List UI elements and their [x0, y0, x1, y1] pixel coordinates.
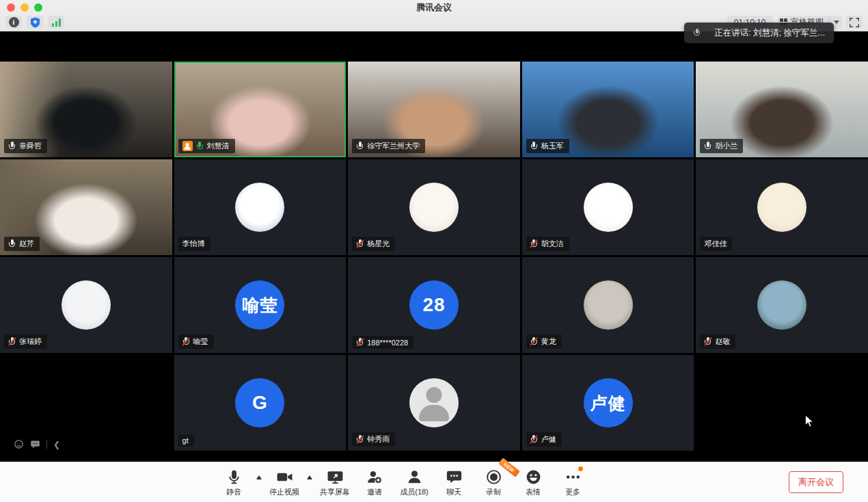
- share-screen-icon: [326, 468, 344, 486]
- participant-tile[interactable]: 赵芹: [0, 159, 172, 255]
- participant-name-label: 张瑞婷: [4, 334, 47, 349]
- participant-tile[interactable]: 徐守军兰州大学: [348, 62, 520, 157]
- participant-name: 胡小兰: [715, 141, 737, 151]
- participant-name-label: 章舜哲: [4, 139, 47, 153]
- participant-tile[interactable]: 28 188****0228: [348, 257, 520, 353]
- participant-tile[interactable]: 杨玉军: [522, 62, 694, 157]
- members-person-icon: [406, 468, 423, 486]
- camera-icon: [275, 468, 294, 486]
- leave-meeting-button[interactable]: 离开会议: [789, 471, 843, 493]
- participant-name-label: 邓佳佳: [700, 237, 732, 251]
- mute-button[interactable]: 静音: [214, 467, 254, 497]
- host-badge-icon: [182, 141, 193, 151]
- mic-status-icon: [356, 435, 364, 444]
- participant-name: 188****0228: [367, 339, 408, 347]
- mic-status-icon: [530, 337, 538, 346]
- stop-video-button[interactable]: 停止视频: [265, 467, 304, 497]
- mic-status-icon: [182, 337, 190, 346]
- avatar: 喻莹: [235, 280, 284, 330]
- more-label: 更多: [565, 487, 580, 497]
- chat-bubble-icon[interactable]: [30, 439, 40, 449]
- meeting-info-button[interactable]: i: [5, 16, 22, 29]
- mic-status-icon: [530, 435, 538, 444]
- participant-name: 喻莹: [193, 336, 208, 347]
- zoom-button[interactable]: [34, 3, 42, 12]
- meeting-window: 腾讯会议 i 01:10:10 宫格视图: [0, 0, 868, 502]
- info-icon: i: [9, 17, 19, 27]
- participant-tile[interactable]: 胡小兰: [696, 62, 868, 157]
- participant-tile[interactable]: 黄龙: [522, 257, 694, 353]
- invite-button[interactable]: 邀请: [355, 467, 394, 497]
- chat-button[interactable]: 聊天: [434, 467, 474, 497]
- minimize-button[interactable]: [21, 3, 29, 12]
- avatar: 28: [409, 280, 459, 330]
- mic-status-icon: [356, 239, 364, 248]
- participant-name: 钟秀雨: [367, 434, 390, 445]
- participant-name-label: 李怡博: [178, 237, 211, 251]
- participant-tile[interactable]: 李怡博: [174, 159, 347, 255]
- participant-name-label: 刘慧清: [178, 139, 235, 153]
- participant-name: 杨玉军: [541, 141, 564, 151]
- chat-label: 聊天: [446, 487, 461, 497]
- avatar: 卢健: [584, 378, 633, 427]
- participant-tile[interactable]: 喻莹 喻莹: [174, 257, 347, 353]
- participant-name-label: 188****0228: [352, 336, 413, 349]
- window-title: 腾讯会议: [0, 0, 868, 15]
- mic-status-icon: [8, 239, 16, 248]
- record-icon: [485, 468, 502, 486]
- more-notification-dot: [578, 466, 583, 471]
- mic-icon: [693, 29, 701, 38]
- emoji-smiley-icon: [525, 468, 542, 486]
- collapse-chevron-icon[interactable]: ❮: [53, 440, 60, 449]
- video-grid-row: 张瑞婷 喻莹 喻莹 28 188****0228 黄龙 赵敬: [0, 257, 868, 353]
- network-status-button[interactable]: [48, 16, 64, 29]
- participant-tile[interactable]: 胡文洁: [522, 159, 694, 255]
- avatar: [235, 183, 284, 232]
- emoji-button[interactable]: 表情: [513, 467, 553, 497]
- video-grid-row: 章舜哲 刘慧清 徐守军兰州大学 杨玉军 胡小兰: [0, 62, 868, 157]
- participant-name: 李怡博: [182, 239, 205, 249]
- participant-tile[interactable]: 赵敬: [696, 257, 868, 353]
- layout-caret-icon[interactable]: [834, 21, 839, 24]
- share-screen-label: 共享屏幕: [320, 487, 350, 497]
- participant-tile[interactable]: 杨星光: [348, 159, 520, 255]
- record-button[interactable]: NEW 录制: [474, 467, 513, 497]
- stop-video-label: 停止视频: [269, 487, 299, 497]
- close-button[interactable]: [7, 3, 15, 12]
- participant-name-label: gt: [178, 434, 194, 447]
- participant-tile[interactable]: 卢健 卢健: [522, 355, 694, 451]
- avatar: [409, 183, 459, 232]
- participant-name-label: 赵芹: [4, 237, 40, 251]
- avatar: [62, 280, 111, 330]
- avatar: [757, 183, 806, 232]
- network-signal-icon: [52, 18, 61, 27]
- mic-status-icon: [704, 337, 711, 346]
- participant-name-label: 卢健: [526, 432, 562, 447]
- mute-label: 静音: [226, 487, 241, 497]
- more-button[interactable]: 更多: [553, 467, 593, 497]
- participant-tile[interactable]: 邓佳佳: [696, 159, 868, 255]
- meeting-security-button[interactable]: [27, 16, 43, 29]
- avatar: G: [235, 378, 284, 427]
- members-button[interactable]: 成员(18): [394, 467, 434, 497]
- participant-tile[interactable]: 钟秀雨: [348, 355, 520, 451]
- emoji-reaction-icon[interactable]: [14, 439, 24, 449]
- participant-tile[interactable]: 张瑞婷: [0, 257, 172, 353]
- video-options-caret[interactable]: [304, 475, 315, 479]
- avatar: [584, 183, 633, 232]
- fullscreen-icon: [850, 18, 859, 27]
- fullscreen-button[interactable]: [846, 16, 863, 29]
- share-screen-button[interactable]: 共享屏幕: [315, 467, 355, 497]
- invite-label: 邀请: [367, 487, 382, 497]
- participant-tile-active-speaker[interactable]: 刘慧清: [174, 62, 347, 157]
- participant-name: 章舜哲: [19, 141, 42, 151]
- meeting-toolbar: 静音 停止视频 共享屏幕 邀请 成员(18) 聊天: [0, 462, 868, 502]
- mic-status-icon: [356, 142, 364, 150]
- participant-name-label: 钟秀雨: [352, 432, 395, 447]
- mic-status-icon: [8, 337, 16, 346]
- participant-tile[interactable]: G gt: [174, 355, 347, 451]
- audio-options-caret[interactable]: [254, 475, 265, 479]
- microphone-icon: [226, 468, 243, 486]
- participant-tile[interactable]: 章舜哲: [0, 62, 172, 157]
- participant-name: gt: [182, 436, 189, 445]
